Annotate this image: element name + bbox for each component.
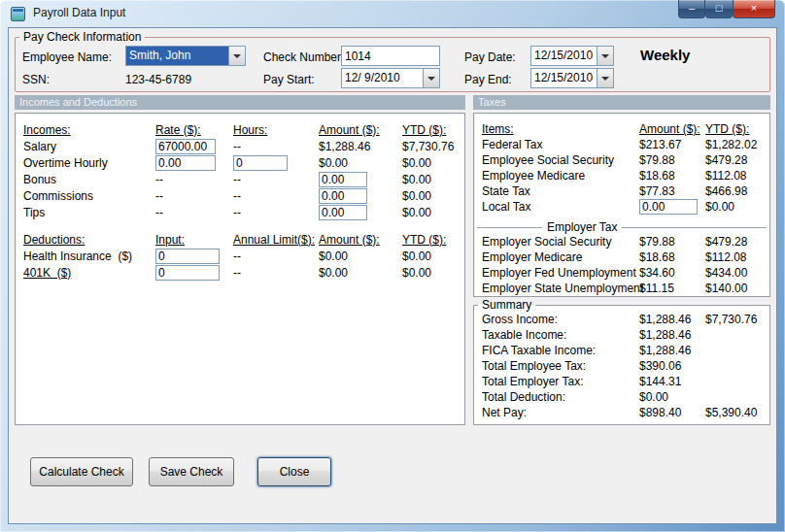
tax-ytd: $140.00 <box>705 282 769 295</box>
tax-label: Employer State Unemployment <box>482 282 639 295</box>
deduction-annual-limit: -- <box>233 249 319 263</box>
commissions-amount-input[interactable] <box>319 188 367 204</box>
deduction-ytd: $0.00 <box>402 266 464 280</box>
window-title: Payroll Data Input <box>33 0 125 26</box>
employee-name-label: Employee Name: <box>22 50 112 65</box>
tax-row-local: Local Tax $0.00 <box>474 199 769 215</box>
chevron-down-icon <box>601 77 609 81</box>
taxes-col-ytd: YTD ($): <box>705 122 769 136</box>
close-button[interactable]: Close <box>257 457 331 486</box>
ssn-value: 123-45-6789 <box>125 72 191 87</box>
income-hours: -- <box>233 173 319 186</box>
overtime-rate-input[interactable] <box>155 155 216 171</box>
tax-label: Employer Social Security <box>482 235 639 249</box>
income-row-tips: Tips -- -- $0.00 <box>16 204 464 220</box>
income-ytd: $0.00 <box>402 156 464 170</box>
income-hours: -- <box>233 140 319 153</box>
tax-row-employee-medicare: Employee Medicare $18.68 $112.08 <box>474 168 769 183</box>
summary-label: Total Employee Tax: <box>482 359 639 373</box>
tax-row-federal: Federal Tax $213.67 $1,282.02 <box>474 137 769 152</box>
tips-amount-input[interactable] <box>319 205 367 220</box>
incomes-header-row: Incomes: Rate ($): Hours: Amount ($): YT… <box>16 121 464 138</box>
pay-frequency-label: Weekly <box>640 48 690 63</box>
deductions-col-annual-limit: Annual Limit($): <box>233 233 319 247</box>
income-label: Commissions <box>23 189 155 203</box>
deduction-amount: $0.00 <box>319 249 402 263</box>
summary-row-total-employee-tax: Total Employee Tax: $390.06 <box>474 358 769 374</box>
minimize-icon: – <box>689 3 695 14</box>
tax-label: Employee Social Security <box>482 153 639 167</box>
income-row-salary: Salary -- $1,288.46 $7,730.76 <box>16 138 464 154</box>
employer-tax-divider: Employer Tax <box>474 220 769 234</box>
tax-row-employer-social-security: Employer Social Security $79.88 $479.28 <box>474 234 769 249</box>
summary-label: Total Deduction: <box>482 390 639 404</box>
overtime-hours-input[interactable] <box>233 155 288 171</box>
tax-amount: $18.68 <box>639 169 705 183</box>
tax-row-employer-state-unemployment: Employer State Unemployment $11.15 $140.… <box>474 281 769 296</box>
save-check-button[interactable]: Save Check <box>149 457 234 486</box>
tax-row-employer-medicare: Employer Medicare $18.68 $112.08 <box>474 249 769 265</box>
close-window-button[interactable]: × <box>733 0 775 18</box>
employee-name-select[interactable]: Smith, John <box>125 46 246 66</box>
summary-ytd: $7,730.76 <box>705 313 769 326</box>
minimize-button[interactable]: – <box>678 0 705 18</box>
health-insurance-input[interactable] <box>155 249 220 264</box>
bonus-amount-input[interactable] <box>319 172 367 187</box>
local-tax-input[interactable] <box>639 199 698 215</box>
titlebar[interactable]: Payroll Data Input – □ × <box>0 0 785 27</box>
income-amount: $1,288.46 <box>319 140 402 153</box>
income-rate: -- <box>155 173 233 186</box>
tax-row-employee-social-security: Employee Social Security $79.88 $479.28 <box>474 152 769 168</box>
summary-amount: $1,288.46 <box>639 313 705 326</box>
summary-row-fica-taxable-income: FICA Taxable Income: $1,288.46 <box>474 343 769 358</box>
deductions-col-input: Input: <box>155 233 233 247</box>
income-hours: -- <box>233 189 319 203</box>
income-rate: -- <box>155 206 233 219</box>
pay-start-dropdown-button[interactable] <box>423 69 439 87</box>
tax-label: Local Tax <box>482 200 639 214</box>
incomes-deductions-panel: Incomes: Rate ($): Hours: Amount ($): YT… <box>15 113 465 425</box>
deduction-amount: $0.00 <box>319 266 402 280</box>
401k-input[interactable] <box>155 265 220 281</box>
pay-end-dropdown-button[interactable] <box>597 69 613 87</box>
incomes-col-hours: Hours: <box>233 123 319 137</box>
pay-start-picker[interactable]: 12/ 9/2010 <box>341 68 440 88</box>
pay-end-picker[interactable]: 12/15/2010 <box>530 68 614 88</box>
pay-date-dropdown-button[interactable] <box>597 47 613 65</box>
incomes-col-amount: Amount ($): <box>319 123 402 137</box>
pay-end-label: Pay End: <box>464 72 512 87</box>
pay-date-value: 12/15/2010 <box>531 47 597 65</box>
summary-label: FICA Taxable Income: <box>482 344 639 357</box>
tax-label: Employer Medicare <box>482 250 639 264</box>
income-ytd: $0.00 <box>402 189 464 203</box>
summary-label: Net Pay: <box>482 406 639 419</box>
deduction-401k-label[interactable]: 401K ($) <box>23 266 155 280</box>
deduction-label: Health Insurance ($) <box>23 249 155 263</box>
app-window: Payroll Data Input – □ × Pay Check Infor… <box>0 0 785 532</box>
calculate-check-button[interactable]: Calculate Check <box>30 457 133 486</box>
deduction-row-401k: 401K ($) -- $0.00 $0.00 <box>16 264 464 281</box>
incomes-col-ytd: YTD ($): <box>402 123 464 137</box>
income-ytd: $0.00 <box>402 206 464 219</box>
tax-ytd: $112.08 <box>705 169 769 183</box>
deduction-ytd: $0.00 <box>402 249 464 263</box>
employee-name-dropdown-button[interactable] <box>228 47 245 65</box>
summary-label: Total Employer Tax: <box>482 375 639 388</box>
income-row-bonus: Bonus -- -- $0.00 <box>16 171 464 187</box>
summary-row-gross-income: Gross Income: $1,288.46 $7,730.76 <box>474 312 769 327</box>
summary-label: Taxable Income: <box>482 328 639 342</box>
tax-label: Employer Fed Unemployment <box>482 266 639 280</box>
pay-start-value: 12/ 9/2010 <box>342 69 423 87</box>
incomes-col-item: Incomes: <box>23 123 155 137</box>
maximize-button[interactable]: □ <box>705 0 733 18</box>
tax-amount: $213.67 <box>639 138 705 151</box>
summary-label: Gross Income: <box>482 313 639 326</box>
incomes-deductions-header: Incomes and Deductions <box>15 95 465 110</box>
check-number-input[interactable] <box>341 46 440 66</box>
income-label: Overtime Hourly <box>23 156 155 170</box>
pay-date-picker[interactable]: 12/15/2010 <box>530 46 614 66</box>
salary-rate-input[interactable] <box>155 139 216 154</box>
income-row-commissions: Commissions -- -- $0.00 <box>16 187 464 204</box>
deductions-header-row: Deductions: Input: Annual Limit($): Amou… <box>16 231 464 248</box>
summary-row-total-deduction: Total Deduction: $0.00 <box>474 389 769 405</box>
